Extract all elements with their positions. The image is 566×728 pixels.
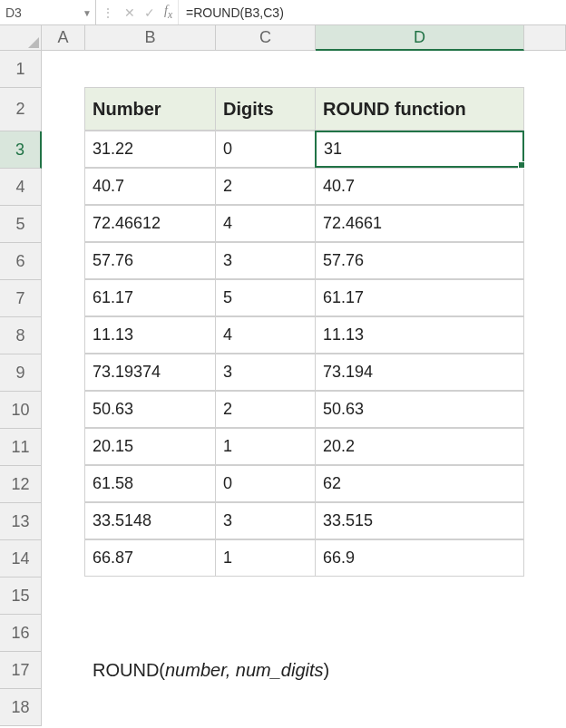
cell-D4[interactable]: 40.7 bbox=[315, 168, 524, 205]
cell-A12[interactable] bbox=[42, 466, 85, 503]
cell-D12[interactable]: 62 bbox=[315, 465, 524, 502]
col-header-B[interactable]: B bbox=[85, 25, 216, 51]
cell-A4[interactable] bbox=[42, 169, 85, 206]
row-header-1[interactable]: 1 bbox=[0, 51, 42, 88]
cell-C8[interactable]: 4 bbox=[215, 316, 316, 354]
row-header-11[interactable]: 11 bbox=[0, 429, 42, 466]
cell-E8[interactable] bbox=[524, 317, 566, 354]
cell-E7[interactable] bbox=[524, 280, 566, 317]
cell-C6[interactable]: 3 bbox=[215, 242, 316, 279]
cell-E12[interactable] bbox=[524, 466, 566, 503]
cell-A3[interactable] bbox=[42, 131, 85, 169]
cell-E9[interactable] bbox=[524, 354, 566, 392]
cell-D8[interactable]: 11.13 bbox=[315, 316, 524, 354]
cell-E4[interactable] bbox=[524, 169, 566, 206]
cell-E13[interactable] bbox=[524, 503, 566, 540]
cell-A8[interactable] bbox=[42, 317, 85, 354]
cell-B4[interactable]: 40.7 bbox=[84, 168, 216, 205]
cell-C12[interactable]: 0 bbox=[215, 465, 316, 502]
col-header-E[interactable] bbox=[524, 25, 566, 51]
cell-B10[interactable]: 50.63 bbox=[84, 391, 216, 428]
cell-E18[interactable] bbox=[524, 689, 566, 726]
cell-D6[interactable]: 57.76 bbox=[315, 242, 524, 279]
select-all-corner[interactable] bbox=[0, 25, 42, 51]
cell-E11[interactable] bbox=[524, 429, 566, 466]
cell-C1[interactable] bbox=[216, 51, 316, 88]
cell-D15[interactable] bbox=[316, 578, 524, 615]
cell-E2[interactable] bbox=[524, 88, 566, 131]
row-header-17[interactable]: 17 bbox=[0, 652, 42, 689]
row-header-7[interactable]: 7 bbox=[0, 280, 42, 317]
cell-E17[interactable] bbox=[524, 652, 566, 689]
col-header-A[interactable]: A bbox=[42, 25, 85, 51]
cell-A14[interactable] bbox=[42, 540, 85, 578]
cell-C9[interactable]: 3 bbox=[215, 354, 316, 391]
cell-C4[interactable]: 2 bbox=[215, 168, 316, 205]
row-header-18[interactable]: 18 bbox=[0, 689, 42, 726]
cell-E16[interactable] bbox=[524, 615, 566, 652]
row-header-10[interactable]: 10 bbox=[0, 392, 42, 429]
cell-A1[interactable] bbox=[42, 51, 85, 88]
cell-E3[interactable] bbox=[524, 131, 566, 169]
row-header-5[interactable]: 5 bbox=[0, 206, 42, 243]
cell-A9[interactable] bbox=[42, 354, 85, 392]
cell-A7[interactable] bbox=[42, 280, 85, 317]
dropdown-icon[interactable]: ▼ bbox=[83, 7, 92, 17]
cell-C10[interactable]: 2 bbox=[215, 391, 316, 428]
cell-E1[interactable] bbox=[524, 51, 566, 88]
cell-B5[interactable]: 72.46612 bbox=[84, 205, 216, 242]
cell-B17[interactable]: ROUND(number, num_digits ) bbox=[85, 652, 524, 689]
cell-D11[interactable]: 20.2 bbox=[315, 428, 524, 465]
cell-E10[interactable] bbox=[524, 392, 566, 429]
cell-B1[interactable] bbox=[85, 51, 216, 88]
cell-D7[interactable]: 61.17 bbox=[315, 279, 524, 316]
cell-A5[interactable] bbox=[42, 206, 85, 243]
cell-C11[interactable]: 1 bbox=[215, 428, 316, 465]
cell-D14[interactable]: 66.9 bbox=[315, 539, 524, 577]
cell-B6[interactable]: 57.76 bbox=[84, 242, 216, 279]
row-header-9[interactable]: 9 bbox=[0, 354, 42, 392]
cell-A16[interactable] bbox=[42, 615, 85, 652]
cell-D13[interactable]: 33.515 bbox=[315, 502, 524, 539]
fx-icon[interactable]: fx bbox=[164, 4, 172, 21]
cell-A15[interactable] bbox=[42, 578, 85, 615]
cell-C15[interactable] bbox=[216, 578, 316, 615]
row-header-15[interactable]: 15 bbox=[0, 578, 42, 615]
cell-A17[interactable] bbox=[42, 652, 85, 689]
row-header-12[interactable]: 12 bbox=[0, 466, 42, 503]
cell-C14[interactable]: 1 bbox=[215, 539, 316, 577]
cancel-icon[interactable]: ✕ bbox=[124, 5, 135, 20]
cell-C18[interactable] bbox=[216, 689, 316, 726]
cell-B11[interactable]: 20.15 bbox=[84, 428, 216, 465]
cell-E5[interactable] bbox=[524, 206, 566, 243]
cell-A13[interactable] bbox=[42, 503, 85, 540]
cell-D3[interactable]: 31 bbox=[315, 131, 524, 168]
row-header-14[interactable]: 14 bbox=[0, 540, 42, 578]
row-header-13[interactable]: 13 bbox=[0, 503, 42, 540]
cell-A18[interactable] bbox=[42, 689, 85, 726]
cell-D5[interactable]: 72.4661 bbox=[315, 205, 524, 242]
cell-D2[interactable]: ROUND function bbox=[315, 87, 524, 131]
enter-icon[interactable]: ✓ bbox=[144, 5, 155, 20]
cell-A10[interactable] bbox=[42, 392, 85, 429]
col-header-D[interactable]: D bbox=[316, 25, 524, 51]
name-box[interactable]: D3 ▼ bbox=[0, 0, 96, 24]
formula-input[interactable]: =ROUND(B3,C3) bbox=[179, 0, 566, 24]
row-header-4[interactable]: 4 bbox=[0, 169, 42, 206]
cell-C13[interactable]: 3 bbox=[215, 502, 316, 539]
row-header-8[interactable]: 8 bbox=[0, 317, 42, 354]
cell-B3[interactable]: 31.22 bbox=[84, 131, 216, 168]
cell-D9[interactable]: 73.194 bbox=[315, 354, 524, 391]
cell-C7[interactable]: 5 bbox=[215, 279, 316, 316]
cell-B7[interactable]: 61.17 bbox=[84, 279, 216, 316]
cell-B14[interactable]: 66.87 bbox=[84, 539, 216, 577]
cell-D10[interactable]: 50.63 bbox=[315, 391, 524, 428]
cell-A11[interactable] bbox=[42, 429, 85, 466]
cell-B18[interactable] bbox=[85, 689, 216, 726]
cell-D18[interactable] bbox=[316, 689, 524, 726]
cell-B9[interactable]: 73.19374 bbox=[84, 354, 216, 391]
cell-B15[interactable] bbox=[85, 578, 216, 615]
cell-C2[interactable]: Digits bbox=[215, 87, 316, 131]
cell-E14[interactable] bbox=[524, 540, 566, 578]
row-header-6[interactable]: 6 bbox=[0, 243, 42, 280]
